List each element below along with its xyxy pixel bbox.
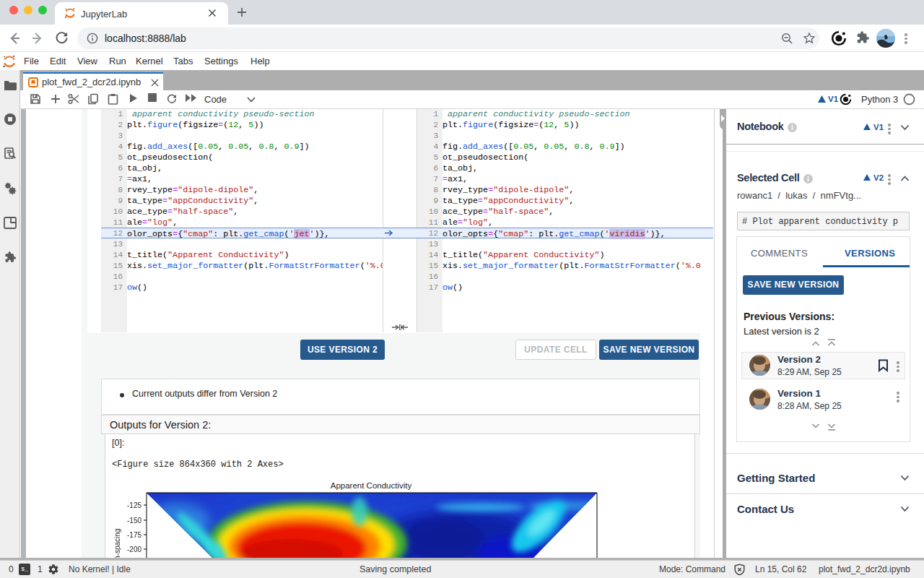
svg-text:-200: -200 [127,545,141,553]
svg-text:-150: -150 [127,517,141,525]
svg-text:-175: -175 [127,531,141,539]
svg-text:n-spacing: n-spacing [113,529,121,560]
svg-text:-125: -125 [127,501,141,509]
svg-text:Apparent Conductivity: Apparent Conductivity [331,481,412,490]
